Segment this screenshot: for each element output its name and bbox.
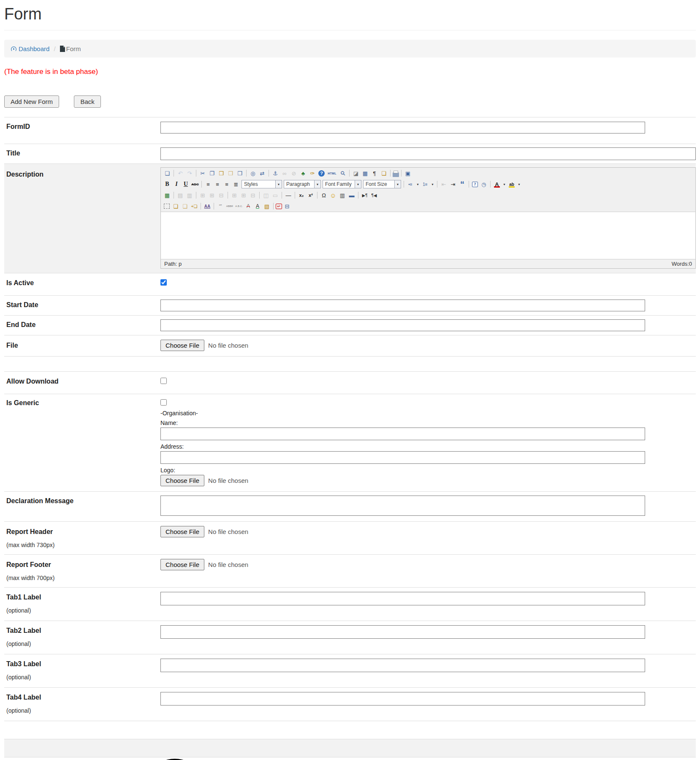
pagebreak-icon[interactable]: ⊟ <box>283 202 291 210</box>
numbered-list-icon[interactable]: 1≡ <box>421 180 429 188</box>
is-active-checkbox[interactable] <box>160 279 167 286</box>
organisation-address-input[interactable] <box>160 451 645 464</box>
end-date-input[interactable] <box>160 319 645 331</box>
anchor-icon[interactable]: ⚓ <box>271 169 279 177</box>
description-editor-body[interactable] <box>161 212 695 259</box>
flash-icon[interactable]: ▬ <box>347 191 356 199</box>
move-forward-icon[interactable]: ❏ <box>171 202 180 210</box>
align-left-icon[interactable]: ≡ <box>204 180 212 188</box>
report-header-choose-button[interactable]: Choose File <box>160 526 204 537</box>
italic-icon[interactable]: I <box>172 180 181 188</box>
blockquote-icon[interactable]: “ <box>458 180 467 188</box>
subscript-icon[interactable]: x₂ <box>297 191 306 199</box>
bold-icon[interactable]: B <box>163 180 171 188</box>
numbered-list-arrow[interactable]: ▾ <box>430 180 435 188</box>
ltr-icon[interactable]: ▶¶ <box>361 191 369 199</box>
insert-column-before-icon[interactable]: ⊞ <box>230 191 239 199</box>
merge-cells-icon[interactable]: ▭ <box>271 191 279 199</box>
print-icon[interactable] <box>393 172 399 177</box>
acronym-icon[interactable]: A.B.C. <box>235 202 243 210</box>
cite-icon[interactable]: “” <box>216 202 225 210</box>
tab2-input[interactable] <box>160 625 645 639</box>
indent-icon[interactable]: ⇥ <box>449 180 457 188</box>
del-icon[interactable]: A <box>244 202 252 210</box>
help-icon[interactable]: ? <box>318 170 325 177</box>
paste-icon[interactable]: ❒ <box>217 169 225 177</box>
paste-from-word-icon[interactable]: ❒ <box>236 169 244 177</box>
tab3-input[interactable] <box>160 659 645 672</box>
organisation-name-input[interactable] <box>160 428 645 440</box>
tab4-input[interactable] <box>160 692 645 706</box>
align-justify-icon[interactable]: ≣ <box>232 180 240 188</box>
cut-icon[interactable]: ✂ <box>198 169 207 177</box>
style-props-icon[interactable]: AA <box>203 202 212 210</box>
superscript-icon[interactable]: x² <box>307 191 315 199</box>
delete-column-icon[interactable]: ⊟ <box>249 191 257 199</box>
rtl-icon[interactable]: ¶◀ <box>370 191 378 199</box>
declaration-textarea[interactable] <box>160 496 645 516</box>
insert-row-after-icon[interactable]: ⊞ <box>208 191 216 199</box>
insert-image-icon[interactable]: ♣ <box>299 169 307 177</box>
move-backward-icon[interactable]: ❏ <box>181 202 189 210</box>
bullet-list-icon[interactable]: •≡ <box>406 180 415 188</box>
fullscreen-icon[interactable]: ▣ <box>404 169 412 177</box>
logo-choose-button[interactable]: Choose File <box>160 475 204 486</box>
unlink-icon[interactable]: ⊘ <box>290 169 298 177</box>
insert-column-after-icon[interactable]: ⊞ <box>239 191 248 199</box>
font-family-select[interactable]: Font Family▾ <box>323 180 361 188</box>
emoticons-icon[interactable]: ☺ <box>329 191 337 199</box>
edit-table-icon[interactable]: ▦ <box>163 191 171 199</box>
nonbreaking-icon[interactable]: ↵ <box>276 204 282 209</box>
align-center-icon[interactable]: ≡ <box>213 180 222 188</box>
preview-icon[interactable]: ⚲ <box>337 167 349 179</box>
back-button-top[interactable]: Back <box>74 95 100 108</box>
underline-icon[interactable]: U <box>182 180 190 188</box>
title-input[interactable] <box>160 147 696 160</box>
visual-aid-icon[interactable] <box>164 204 170 209</box>
paste-as-text-icon[interactable]: ❒ <box>226 169 235 177</box>
add-new-form-button[interactable]: Add New Form <box>4 95 59 108</box>
highlight-color-icon[interactable]: ab <box>507 180 516 188</box>
tab1-input[interactable] <box>160 592 645 605</box>
find-icon[interactable]: ◎ <box>249 169 257 177</box>
insert-table-icon[interactable]: ▦ <box>361 169 369 177</box>
outdent-icon[interactable]: ⇤ <box>440 180 448 188</box>
insert-row-before-icon[interactable]: ⊞ <box>198 191 207 199</box>
ins-icon[interactable]: A <box>253 202 262 210</box>
align-right-icon[interactable]: ≡ <box>222 180 231 188</box>
row-properties-icon[interactable]: ▤ <box>176 191 184 199</box>
cell-properties-icon[interactable]: ▥ <box>185 191 194 199</box>
attributes-icon[interactable]: ▧ <box>263 202 271 210</box>
abbreviation-icon[interactable]: ABBR <box>225 202 234 210</box>
html-source-icon[interactable]: HTML <box>326 169 338 177</box>
insert-layer-icon[interactable]: +❏ <box>190 202 198 210</box>
text-color-arrow[interactable]: ▾ <box>502 180 507 188</box>
bullet-list-arrow[interactable]: ▾ <box>415 180 420 188</box>
show-blocks-icon[interactable]: ¶ <box>370 169 379 177</box>
insert-date-icon[interactable]: 7 <box>472 182 478 187</box>
page-preview-icon[interactable]: ❏ <box>380 169 388 177</box>
link-icon[interactable]: ∞ <box>280 169 289 177</box>
text-color-icon[interactable]: A <box>493 180 501 188</box>
font-size-select[interactable]: Font Size▾ <box>363 180 401 188</box>
redo-icon[interactable]: ↷ <box>185 169 194 177</box>
start-date-input[interactable] <box>160 300 645 311</box>
allow-download-checkbox[interactable] <box>160 378 167 384</box>
horizontal-rule-icon[interactable]: — <box>284 191 293 199</box>
is-generic-checkbox[interactable] <box>160 399 167 406</box>
copy-icon[interactable]: ❐ <box>208 169 216 177</box>
special-char-icon[interactable]: Ω <box>320 191 328 199</box>
find-replace-icon[interactable]: ⇄ <box>258 169 266 177</box>
breadcrumb-dashboard-link[interactable]: Dashboard <box>11 45 49 52</box>
insert-time-icon[interactable]: ◷ <box>480 180 488 188</box>
report-footer-choose-button[interactable]: Choose File <box>160 559 204 570</box>
formid-input[interactable] <box>160 122 645 133</box>
split-cells-icon[interactable]: ◫ <box>262 191 270 199</box>
cleanup-icon[interactable]: ✑ <box>308 169 317 177</box>
new-document-icon[interactable]: ❏ <box>163 169 171 177</box>
delete-row-icon[interactable]: ⊟ <box>217 191 225 199</box>
undo-icon[interactable]: ↶ <box>176 169 184 177</box>
remove-format-icon[interactable]: ◪ <box>352 169 360 177</box>
file-choose-button[interactable]: Choose File <box>160 340 204 351</box>
strikethrough-icon[interactable]: ABC <box>191 180 199 188</box>
